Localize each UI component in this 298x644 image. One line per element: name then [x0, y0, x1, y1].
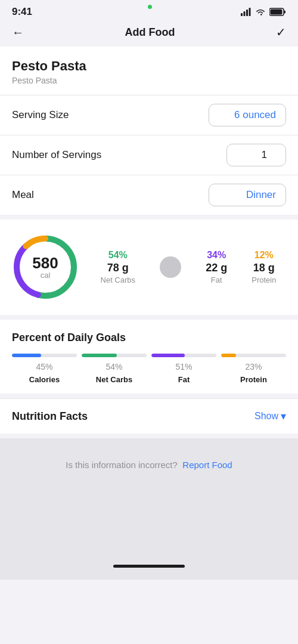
- svg-rect-2: [246, 10, 248, 16]
- goal-name: Net Carbs: [96, 375, 132, 384]
- nutrition-facts-show-text: Show: [254, 411, 278, 422]
- svg-rect-0: [241, 13, 243, 16]
- serving-size-label: Serving Size: [12, 109, 69, 121]
- calorie-label: cal: [32, 271, 58, 280]
- goal-item-net-carbs: 54% Net Carbs: [82, 354, 147, 384]
- net-carbs-pct: 54%: [101, 250, 136, 261]
- svg-rect-1: [244, 11, 246, 16]
- goal-pct: 54%: [105, 362, 122, 371]
- goals-bars: 45% Calories 54% Net Carbs 51% Fat 23% P…: [12, 354, 286, 384]
- status-time: 9:41: [12, 6, 32, 18]
- status-dot: [148, 5, 152, 9]
- daily-goals-title: Percent of Daily Goals: [12, 332, 286, 344]
- battery-icon: [269, 8, 286, 16]
- serving-size-button[interactable]: 6 ounced: [209, 104, 286, 126]
- goal-name: Protein: [240, 375, 267, 384]
- daily-goals-section: Percent of Daily Goals 45% Calories 54% …: [0, 320, 298, 394]
- fat-amount: 22 g: [206, 262, 227, 274]
- page-title: Add Food: [125, 26, 175, 39]
- food-primary-name: Pesto Pasta: [12, 58, 286, 74]
- meal-row: Meal Dinner: [0, 175, 298, 215]
- goal-bar-track: [82, 354, 147, 357]
- goal-item-fat: 51% Fat: [151, 354, 216, 384]
- protein-pct: 12%: [252, 250, 276, 261]
- food-header: Pesto Pasta Pesto Pasta: [0, 47, 298, 95]
- svg-rect-6: [271, 10, 283, 15]
- net-carbs-label: Net Carbs: [101, 275, 136, 284]
- goal-bar-fill: [151, 354, 185, 357]
- number-of-servings-input[interactable]: [226, 144, 286, 166]
- report-text: Is this information incorrect?: [66, 460, 178, 470]
- donut-center: 580 cal: [32, 255, 58, 280]
- goal-bar-fill: [221, 354, 236, 357]
- goal-pct: 51%: [175, 362, 192, 371]
- goal-bar-track: [12, 354, 77, 357]
- calorie-donut: 580 cal: [10, 231, 81, 303]
- home-bar: [113, 565, 185, 568]
- goal-item-calories: 45% Calories: [12, 354, 77, 384]
- signal-icon: [241, 8, 252, 16]
- confirm-button[interactable]: ✓: [276, 25, 286, 39]
- macros-section: 580 cal 54% 78 g Net Carbs 34% 22 g Fat: [0, 219, 298, 315]
- goal-bar-fill: [12, 354, 41, 357]
- net-carbs-macro: 54% 78 g Net Carbs: [101, 250, 136, 284]
- number-of-servings-label: Number of Servings: [12, 149, 101, 161]
- macro-divider: [160, 256, 181, 278]
- goal-name: Calories: [29, 375, 60, 384]
- goal-bar-track: [221, 354, 286, 357]
- meal-label: Meal: [12, 189, 34, 201]
- home-indicator: [0, 558, 298, 580]
- goal-pct: 23%: [245, 362, 262, 371]
- svg-rect-5: [284, 11, 286, 14]
- goal-bar-fill: [82, 354, 117, 357]
- wifi-icon: [255, 8, 266, 16]
- protein-amount: 18 g: [252, 262, 276, 274]
- goal-bar-track: [151, 354, 216, 357]
- nutrition-facts-label: Nutrition Facts: [12, 410, 88, 423]
- status-icons: [241, 8, 286, 16]
- number-of-servings-row: Number of Servings: [0, 135, 298, 175]
- fat-macro: 34% 22 g Fat: [206, 250, 227, 284]
- goal-pct: 45%: [36, 362, 52, 371]
- nutrition-facts-row: Nutrition Facts Show ▾: [0, 398, 298, 434]
- net-carbs-amount: 78 g: [101, 262, 136, 274]
- fat-label: Fat: [206, 275, 227, 284]
- protein-macro: 12% 18 g Protein: [252, 250, 276, 284]
- report-food-link[interactable]: Report Food: [182, 460, 232, 470]
- macro-stats: 54% 78 g Net Carbs 34% 22 g Fat 12% 18 g…: [88, 250, 288, 284]
- nutrition-facts-show-button[interactable]: Show ▾: [254, 410, 286, 423]
- back-button[interactable]: ←: [12, 26, 24, 39]
- nav-bar: ← Add Food ✓: [0, 20, 298, 47]
- svg-rect-3: [249, 8, 251, 16]
- nutrition-facts-chevron: ▾: [281, 410, 286, 423]
- calorie-value: 580: [32, 255, 58, 271]
- protein-label: Protein: [252, 275, 276, 284]
- meal-button[interactable]: Dinner: [209, 184, 286, 206]
- serving-size-row: Serving Size 6 ounced: [0, 95, 298, 135]
- status-bar: 9:41: [0, 0, 298, 20]
- food-secondary-name: Pesto Pasta: [12, 76, 286, 85]
- fat-pct: 34%: [206, 250, 227, 261]
- report-section: Is this information incorrect? Report Fo…: [0, 438, 298, 558]
- goal-item-protein: 23% Protein: [221, 354, 286, 384]
- goal-name: Fat: [178, 375, 190, 384]
